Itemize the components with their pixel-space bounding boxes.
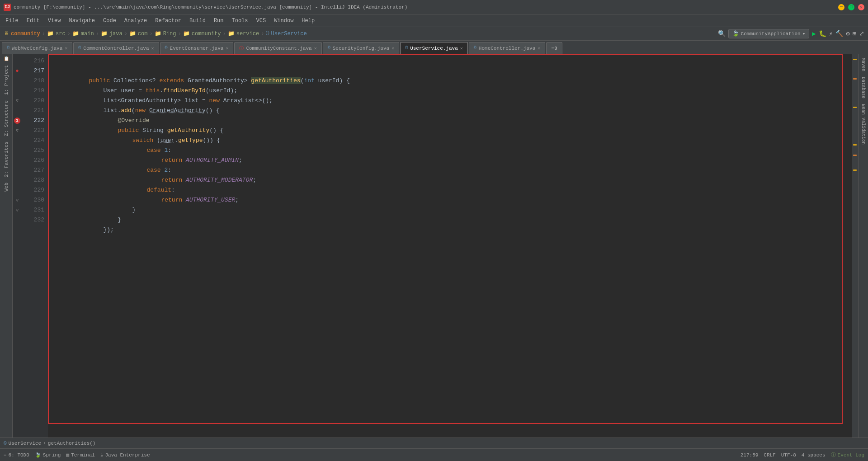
tab-eventconsumer[interactable]: © EventConsumer.java ✕ <box>160 42 234 54</box>
code-editor[interactable]: public Collection<? extends GrantedAutho… <box>48 54 852 437</box>
sep8: › <box>261 31 264 37</box>
tab-securityconfig[interactable]: © SecurityConfig.java ✕ <box>323 42 399 54</box>
tab-communityconstant[interactable]: ⓘ CommunityConstant.java ✕ <box>234 42 321 54</box>
sep5: › <box>149 31 152 37</box>
status-encoding[interactable]: UTF-8 <box>781 452 796 458</box>
maximize-button[interactable]: □ <box>848 4 854 10</box>
scrollbar-area[interactable] <box>852 54 858 437</box>
search-icon[interactable]: 🔍 <box>718 30 726 38</box>
tab-close-icon[interactable]: ✕ <box>538 46 540 51</box>
gutter-223: ▽ <box>16 126 19 136</box>
run-config[interactable]: 🍃 CommunityApplication ▾ <box>728 29 810 38</box>
sep6: › <box>178 31 181 37</box>
line-num-227: 227 <box>22 165 48 175</box>
status-indent[interactable]: 4 spaces <box>802 452 826 458</box>
breadcrumb-bottom-service[interactable]: UserService <box>9 441 42 446</box>
interface-icon: ⓘ <box>239 45 244 52</box>
tab-overflow[interactable]: ≡3 <box>546 42 562 54</box>
sidebar-favorites[interactable]: 2: Favorites <box>3 140 10 179</box>
breadcrumb-main[interactable]: main <box>81 31 94 37</box>
tab-commentcontroller[interactable]: © CommentController.java ✕ <box>73 42 159 54</box>
build-button[interactable]: 🔨 <box>835 30 843 38</box>
close-button[interactable]: ✕ <box>858 4 864 10</box>
status-position[interactable]: 217:59 <box>741 452 759 458</box>
status-line-ending[interactable]: CRLF <box>764 452 775 458</box>
menu-vcs[interactable]: VCS <box>253 17 270 25</box>
enterprise-icon: ☕ <box>100 452 104 458</box>
panel-database[interactable]: Database <box>860 75 867 100</box>
tab-close-icon[interactable]: ✕ <box>314 46 317 51</box>
tab-userservice[interactable]: © UserService.java ✕ <box>400 42 468 54</box>
breadcrumb-community[interactable]: community <box>11 31 40 37</box>
bottom-breadcrumb: © UserService › getAuthorities() <box>0 437 868 448</box>
main-content: 📋 1: Project Z: Structure 2: Favorites W… <box>0 54 868 437</box>
tab-close-icon[interactable]: ✕ <box>392 46 394 51</box>
layout-icon[interactable]: ⊞ <box>853 30 856 38</box>
project-icon[interactable]: 📋 <box>4 56 9 61</box>
menu-bar: File Edit View Navigate Code Analyze Ref… <box>0 14 868 27</box>
breadcrumb-src[interactable]: src <box>56 31 66 37</box>
minimize-button[interactable]: ─ <box>838 4 844 10</box>
menu-analyze[interactable]: Analyze <box>121 17 151 25</box>
sep4: › <box>124 31 127 37</box>
tab-homecontroller[interactable]: © HomeController.java ✕ <box>469 42 545 54</box>
debug-button[interactable]: 🐛 <box>819 30 826 38</box>
coverage-button[interactable]: ⚡ <box>829 30 833 38</box>
settings-icon[interactable]: ⚙ <box>846 30 849 38</box>
code-line-219: List<GrantedAuthority> list = new ArrayL… <box>52 86 852 96</box>
service-folder-icon: 📁 <box>228 30 235 37</box>
gutter-231: ▽ <box>16 205 19 215</box>
breadcrumb-bottom-method[interactable]: getAuthorities() <box>48 441 96 446</box>
breadcrumb-class[interactable]: UserService <box>271 31 307 37</box>
sidebar-project[interactable]: 1: Project <box>3 63 10 97</box>
line-num-228: 228 <box>22 175 48 185</box>
enterprise-panel[interactable]: ☕ Java Enterprise <box>100 452 150 458</box>
terminal-icon: ▤ <box>66 452 69 458</box>
breakpoint-icon[interactable]: ● <box>15 68 19 74</box>
todo-label: 6: TODO <box>9 452 29 458</box>
tab-close-icon[interactable]: ✕ <box>460 46 463 51</box>
menu-view[interactable]: View <box>44 17 65 25</box>
menu-build[interactable]: Build <box>186 17 209 25</box>
spring-panel[interactable]: 🍃 Spring <box>35 452 61 458</box>
menu-tools[interactable]: Tools <box>228 17 252 25</box>
menu-code[interactable]: Code <box>99 17 120 25</box>
breadcrumb-java[interactable]: java <box>109 31 123 37</box>
fold-223[interactable]: ▽ <box>16 128 19 133</box>
fold-220[interactable]: ▽ <box>16 98 19 103</box>
fullscreen-icon[interactable]: ⤢ <box>859 30 864 38</box>
run-button[interactable]: ▶ <box>812 30 816 38</box>
menu-help[interactable]: Help <box>298 17 318 25</box>
terminal-panel[interactable]: ▤ Terminal <box>66 452 94 458</box>
tab-close-icon[interactable]: ✕ <box>151 46 154 51</box>
breadcrumb-ring[interactable]: Ring <box>163 31 176 37</box>
todo-panel[interactable]: ≡ 6: TODO <box>4 452 29 458</box>
sidebar-web[interactable]: Web <box>3 181 10 193</box>
gutter-217: ● <box>15 66 19 76</box>
menu-refactor[interactable]: Refactor <box>151 17 185 25</box>
panel-maven[interactable]: Maven <box>860 56 867 73</box>
breadcrumb-community2[interactable]: community <box>192 31 221 37</box>
sep1: › <box>42 31 45 37</box>
status-bar: ≡ 6: TODO 🍃 Spring ▤ Terminal ☕ Java Ent… <box>0 448 868 461</box>
menu-window[interactable]: Window <box>270 17 297 25</box>
editor-area: ● ▽ 1 ▽ <box>13 54 858 437</box>
tab-close-icon[interactable]: ✕ <box>226 46 228 51</box>
tab-webmvcconfig[interactable]: © WebMvcConfig.java ✕ <box>2 42 72 54</box>
sep2: › <box>67 31 71 37</box>
panel-bean-validation[interactable]: Bean Validation <box>860 102 867 146</box>
title-bar-left: IJ community [F:\community] - ...\src\ma… <box>4 4 407 11</box>
line-num-232: 232 <box>22 215 48 225</box>
menu-run[interactable]: Run <box>210 17 227 25</box>
menu-edit[interactable]: Edit <box>23 17 43 25</box>
event-log[interactable]: ⓘ Event Log <box>831 452 864 458</box>
menu-file[interactable]: File <box>2 17 22 25</box>
menu-navigate[interactable]: Navigate <box>65 17 99 25</box>
tab-close-icon[interactable]: ✕ <box>65 46 67 51</box>
breadcrumb-service[interactable]: service <box>236 31 259 37</box>
fold-231[interactable]: ▽ <box>16 207 19 213</box>
fold-230[interactable]: ▽ <box>16 198 19 203</box>
breadcrumb-com[interactable]: com <box>138 31 148 37</box>
code-line-218: User user = this.findUserById(userId); <box>52 76 852 86</box>
sidebar-structure[interactable]: Z: Structure <box>3 99 10 138</box>
